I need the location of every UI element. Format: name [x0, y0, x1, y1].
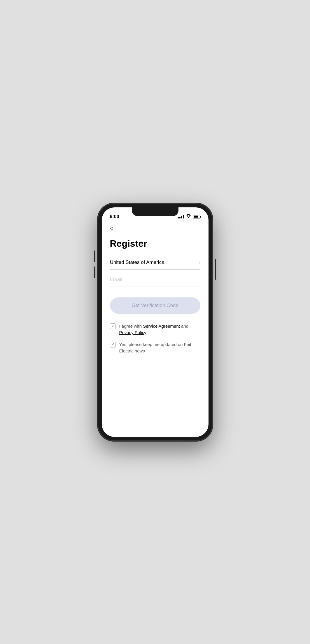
screen-content: < Register United States of America › Ge… — [102, 222, 209, 354]
chevron-right-icon: › — [199, 260, 200, 265]
email-input[interactable] — [110, 277, 200, 283]
status-icons — [178, 214, 200, 219]
selected-country: United States of America — [110, 260, 164, 265]
phone-screen: 6:00 — [102, 207, 209, 437]
page-title: Register — [110, 238, 200, 249]
marketing-checkbox-item[interactable]: ✓ Yes, please keep me updated on Feit El… — [110, 341, 200, 354]
volume-down-button — [94, 267, 95, 278]
back-chevron-icon: < — [110, 225, 114, 232]
phone-frame: 6:00 — [98, 204, 212, 440]
privacy-policy-link[interactable]: Privacy Policy — [119, 330, 146, 335]
wifi-icon — [186, 214, 191, 219]
email-input-wrapper — [110, 277, 200, 287]
marketing-label: Yes, please keep me updated on Feit Elec… — [119, 341, 200, 354]
back-button[interactable]: < — [110, 225, 114, 232]
service-agreement-link[interactable]: Service Agreement — [143, 324, 180, 329]
agree-terms-label: I agree with Service Agreement and Priva… — [119, 323, 200, 336]
notch — [132, 207, 178, 216]
get-verification-code-button[interactable]: Get Verification Code — [110, 297, 200, 314]
volume-up-button — [94, 250, 95, 262]
power-button — [215, 259, 216, 280]
signal-icon — [178, 215, 184, 218]
checkmark-icon-2: ✓ — [111, 342, 114, 347]
agree-terms-checkbox[interactable]: ✓ — [110, 323, 116, 329]
country-selector[interactable]: United States of America › — [110, 260, 200, 270]
marketing-checkbox[interactable]: ✓ — [110, 342, 116, 347]
checkbox-group: ✓ I agree with Service Agreement and Pri… — [110, 323, 200, 354]
agree-terms-checkbox-item[interactable]: ✓ I agree with Service Agreement and Pri… — [110, 323, 200, 336]
status-time: 6:00 — [110, 214, 119, 219]
checkmark-icon: ✓ — [111, 324, 114, 328]
battery-icon — [193, 215, 200, 218]
